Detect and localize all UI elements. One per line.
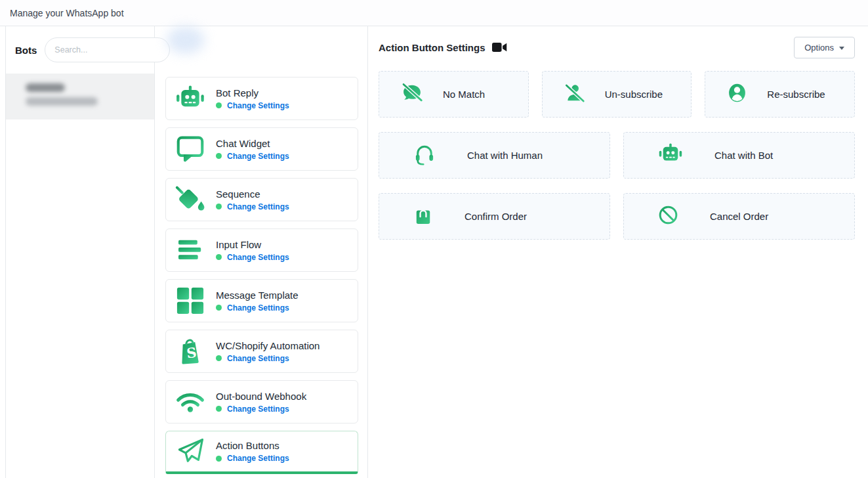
action-tile-chat-with-bot[interactable]: Chat with Bot: [623, 132, 855, 179]
action-tile-row: Chat with Human Chat with Bot: [379, 132, 855, 179]
bars-icon: [173, 238, 208, 262]
blurred-avatar-blob: [167, 26, 205, 54]
status-dot: [216, 456, 222, 462]
comment-slash-icon: [401, 83, 423, 106]
action-tile-chat-with-human[interactable]: Chat with Human: [379, 132, 610, 179]
sidebar-header: Bots: [6, 26, 154, 74]
headset-icon: [413, 143, 436, 168]
card-body: Action Buttons Change Settings: [216, 440, 289, 463]
action-tile-label: No Match: [443, 89, 485, 100]
wifi-icon: [173, 390, 208, 414]
change-settings-link[interactable]: Change Settings: [227, 404, 289, 414]
grid-icon: [173, 287, 208, 315]
chevron-down-icon: [839, 47, 844, 50]
action-tile-confirm-order[interactable]: Confirm Order: [379, 193, 610, 240]
video-camera-icon[interactable]: [492, 42, 507, 55]
action-tile-cancel-order[interactable]: Cancel Order: [623, 193, 855, 240]
change-settings-link[interactable]: Change Settings: [227, 152, 289, 161]
feature-card-outbound-webhook[interactable]: Out-bound Webhook Change Settings: [165, 380, 358, 424]
search-input[interactable]: [45, 37, 170, 62]
feature-card-sequence[interactable]: Sequence Change Settings: [165, 178, 358, 221]
feature-card-chat-widget[interactable]: Chat Widget Change Settings: [165, 127, 358, 171]
chat-bubble-icon: [173, 135, 208, 163]
status-dot: [216, 406, 222, 412]
action-button-settings-panel: Action Button Settings Options No Ma: [368, 26, 868, 478]
robot-icon: [658, 143, 683, 167]
card-body: Message Template Change Settings: [216, 290, 299, 313]
page-title: Manage your WhatsApp bot: [10, 8, 124, 18]
feature-card-action-buttons[interactable]: Action Buttons Change Settings: [165, 431, 358, 474]
shopify-icon: S: [173, 337, 208, 366]
panel-header: Action Button Settings Options: [379, 37, 855, 58]
card-title: Message Template: [216, 290, 299, 301]
user-slash-icon: [564, 83, 585, 106]
shopping-bag-icon: [413, 205, 433, 228]
paper-plane-icon: [173, 437, 208, 467]
action-tile-label: Chat with Bot: [714, 150, 773, 161]
card-title: Bot Reply: [216, 87, 289, 98]
main-layout: Bots Bot Reply Change Settings: [0, 26, 868, 478]
card-title: Chat Widget: [216, 138, 289, 149]
change-settings-link[interactable]: Change Settings: [227, 101, 289, 110]
action-tile-un-subscribe[interactable]: Un-subscribe: [542, 71, 692, 118]
card-title: Action Buttons: [216, 440, 289, 451]
action-tile-re-subscribe[interactable]: Re-subscribe: [705, 71, 855, 118]
card-body: Chat Widget Change Settings: [216, 138, 289, 161]
change-settings-link[interactable]: Change Settings: [227, 253, 289, 262]
card-title: WC/Shopify Automation: [216, 340, 320, 351]
action-tile-row: Confirm Order Cancel Order: [379, 193, 855, 240]
card-title: Out-bound Webhook: [216, 391, 306, 402]
status-dot: [216, 254, 222, 260]
bots-sidebar: Bots: [5, 26, 155, 478]
panel-title: Action Button Settings: [379, 42, 485, 53]
card-body: Input Flow Change Settings: [216, 239, 289, 262]
feature-card-bot-reply[interactable]: Bot Reply Change Settings: [165, 77, 358, 120]
feature-card-message-template[interactable]: Message Template Change Settings: [165, 279, 358, 322]
card-title: Input Flow: [216, 239, 289, 250]
card-body: Sequence Change Settings: [216, 188, 289, 211]
feature-card-input-flow[interactable]: Input Flow Change Settings: [165, 228, 358, 272]
status-dot: [216, 102, 222, 108]
user-circle-icon: [727, 82, 747, 106]
action-tile-row: No Match Un-subscribe: [379, 71, 855, 118]
fill-drip-icon: [173, 186, 208, 213]
action-tile-label: Cancel Order: [710, 211, 768, 222]
bots-heading: Bots: [15, 45, 37, 56]
action-tile-no-match[interactable]: No Match: [379, 71, 529, 118]
change-settings-link[interactable]: Change Settings: [227, 354, 289, 363]
blurred-bot-name: [26, 83, 65, 92]
status-dot: [216, 204, 222, 209]
card-body: Bot Reply Change Settings: [216, 87, 289, 110]
status-dot: [216, 305, 222, 311]
feature-cards-column: Bot Reply Change Settings Chat Widget Ch…: [155, 26, 368, 478]
card-body: WC/Shopify Automation Change Settings: [216, 340, 320, 363]
action-tile-label: Un-subscribe: [605, 89, 663, 100]
feature-card-shopify-automation[interactable]: S WC/Shopify Automation Change Settings: [165, 330, 358, 373]
options-button-label: Options: [804, 43, 834, 53]
action-tile-label: Chat with Human: [467, 150, 543, 161]
top-bar: Manage your WhatsApp bot: [0, 0, 868, 26]
blurred-bot-number: [26, 97, 98, 106]
action-tile-label: Re-subscribe: [767, 89, 825, 100]
status-dot: [216, 355, 222, 361]
action-tile-label: Confirm Order: [465, 211, 527, 222]
change-settings-link[interactable]: Change Settings: [227, 202, 289, 211]
change-settings-link[interactable]: Change Settings: [227, 303, 289, 313]
card-title: Sequence: [216, 188, 289, 200]
svg-text:S: S: [186, 344, 197, 361]
ban-icon: [658, 205, 678, 228]
change-settings-link[interactable]: Change Settings: [227, 454, 289, 463]
bot-list-item-selected[interactable]: [6, 74, 154, 120]
options-button[interactable]: Options: [794, 37, 855, 58]
card-body: Out-bound Webhook Change Settings: [216, 391, 306, 414]
robot-icon: [173, 85, 208, 112]
status-dot: [216, 153, 222, 159]
